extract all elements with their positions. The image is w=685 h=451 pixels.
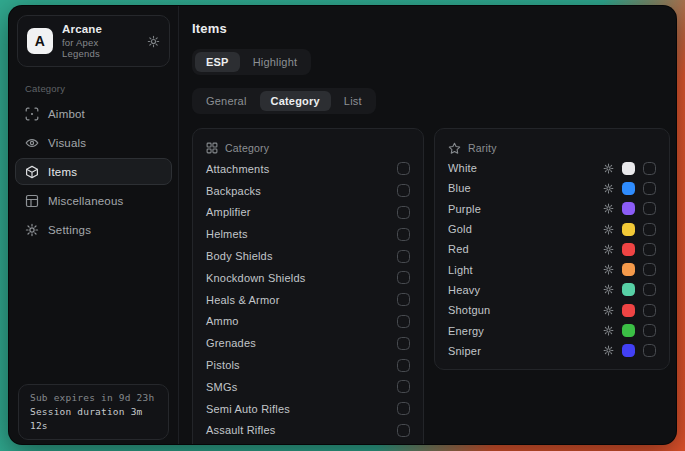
rarity-label: White: [448, 162, 477, 174]
tab-general[interactable]: General: [195, 91, 258, 111]
rarity-label: Energy: [448, 325, 484, 337]
sidebar-item-visuals[interactable]: Visuals: [15, 129, 172, 156]
gear-icon: [25, 223, 39, 237]
gear-icon[interactable]: [603, 284, 614, 295]
gear-icon[interactable]: [603, 345, 614, 356]
rarity-checkbox[interactable]: [643, 162, 656, 175]
sidebar-item-label: Visuals: [48, 137, 86, 149]
rarity-checkbox[interactable]: [643, 243, 656, 256]
category-label: Attachments: [206, 163, 269, 175]
rarity-row: Light: [448, 259, 656, 279]
tab-list[interactable]: List: [333, 91, 373, 111]
color-swatch[interactable]: [622, 182, 635, 195]
rarity-row: Sniper: [448, 341, 656, 361]
color-swatch[interactable]: [622, 304, 635, 317]
rarity-checkbox[interactable]: [643, 182, 656, 195]
sidebar-item-items[interactable]: Items: [15, 158, 172, 185]
gear-icon[interactable]: [603, 325, 614, 336]
category-row: Assault Rifles: [206, 420, 410, 442]
gear-icon[interactable]: [603, 224, 614, 235]
color-swatch[interactable]: [622, 202, 635, 215]
category-label: Knockdown Shields: [206, 272, 305, 284]
color-swatch[interactable]: [622, 344, 635, 357]
gear-icon[interactable]: [603, 203, 614, 214]
sidebar-item-label: Aimbot: [48, 108, 85, 120]
tab-esp[interactable]: ESP: [195, 52, 240, 72]
category-row: Pistols: [206, 354, 410, 376]
category-label: Ammo: [206, 315, 239, 327]
gear-icon[interactable]: [603, 183, 614, 194]
sidebar-item-miscellaneous[interactable]: Miscellaneous: [15, 187, 172, 214]
category-label: Assault Rifles: [206, 424, 275, 436]
sidebar: A Arcane for Apex Legends Category: [9, 6, 179, 444]
rarity-checkbox[interactable]: [643, 324, 656, 337]
rarity-checkbox[interactable]: [643, 223, 656, 236]
sidebar-item-settings[interactable]: Settings: [15, 216, 172, 243]
category-panel-title: Category: [225, 142, 269, 154]
gear-icon[interactable]: [603, 305, 614, 316]
tab-highlight[interactable]: Highlight: [242, 52, 309, 72]
category-checkbox[interactable]: [397, 402, 410, 415]
sidebar-item-label: Miscellaneous: [48, 195, 123, 207]
category-row: Body Shields: [206, 245, 410, 267]
category-checkbox[interactable]: [397, 293, 410, 306]
subscription-card: Sub expires in 9d 23h Session duration 3…: [18, 384, 169, 440]
category-checkbox[interactable]: [397, 206, 410, 219]
category-row: Heals & Armor: [206, 289, 410, 311]
color-swatch[interactable]: [622, 162, 635, 175]
mode-tabs: ESP Highlight: [192, 49, 311, 75]
rarity-row: Shotgun: [448, 300, 656, 320]
category-checkbox[interactable]: [397, 184, 410, 197]
category-grid-icon: [206, 142, 218, 154]
category-label: Semi Auto Rifles: [206, 403, 290, 415]
category-checkbox[interactable]: [397, 271, 410, 284]
category-row: Attachments: [206, 158, 410, 180]
cube-icon: [25, 165, 39, 179]
color-swatch[interactable]: [622, 243, 635, 256]
category-checkbox[interactable]: [397, 337, 410, 350]
main-panel: Items ESP Highlight General Category Lis…: [179, 6, 677, 444]
sidebar-nav: Aimbot Visuals Items: [9, 100, 178, 243]
rarity-checkbox[interactable]: [643, 344, 656, 357]
tab-category[interactable]: Category: [260, 91, 331, 111]
rarity-row: Blue: [448, 178, 656, 198]
color-swatch[interactable]: [622, 283, 635, 296]
rarity-row: Purple: [448, 199, 656, 219]
category-label: Heals & Armor: [206, 294, 280, 306]
settings-gear-icon[interactable]: [147, 35, 160, 48]
category-label: Amplifier: [206, 206, 251, 218]
gear-icon[interactable]: [603, 244, 614, 255]
gear-icon[interactable]: [603, 264, 614, 275]
gear-icon[interactable]: [603, 163, 614, 174]
sidebar-item-label: Items: [48, 166, 77, 178]
category-checkbox[interactable]: [397, 162, 410, 175]
category-panel: Category Attachments Backpacks Amplifier…: [192, 128, 424, 445]
color-swatch[interactable]: [622, 223, 635, 236]
rarity-label: Sniper: [448, 345, 481, 357]
category-label: Body Shields: [206, 250, 273, 262]
category-checkbox[interactable]: [397, 424, 410, 437]
rarity-label: Red: [448, 243, 469, 255]
category-checkbox[interactable]: [397, 359, 410, 372]
rarity-checkbox[interactable]: [643, 263, 656, 276]
rarity-label: Shotgun: [448, 304, 490, 316]
category-checkbox[interactable]: [397, 315, 410, 328]
color-swatch[interactable]: [622, 324, 635, 337]
category-checkbox[interactable]: [397, 250, 410, 263]
view-tabs: General Category List: [192, 88, 376, 114]
rarity-label: Blue: [448, 182, 471, 194]
color-swatch[interactable]: [622, 263, 635, 276]
category-row: Knockdown Shields: [206, 267, 410, 289]
rarity-checkbox[interactable]: [643, 202, 656, 215]
rarity-checkbox[interactable]: [643, 304, 656, 317]
rarity-row: Gold: [448, 219, 656, 239]
rarity-checkbox[interactable]: [643, 283, 656, 296]
category-checkbox[interactable]: [397, 380, 410, 393]
session-duration-text: Session duration 3m 12s: [30, 405, 157, 433]
rarity-label: Light: [448, 264, 473, 276]
category-label: Backpacks: [206, 185, 261, 197]
sidebar-item-aimbot[interactable]: Aimbot: [15, 100, 172, 127]
rarity-label: Heavy: [448, 284, 480, 296]
category-label: SMGs: [206, 381, 237, 393]
category-checkbox[interactable]: [397, 228, 410, 241]
